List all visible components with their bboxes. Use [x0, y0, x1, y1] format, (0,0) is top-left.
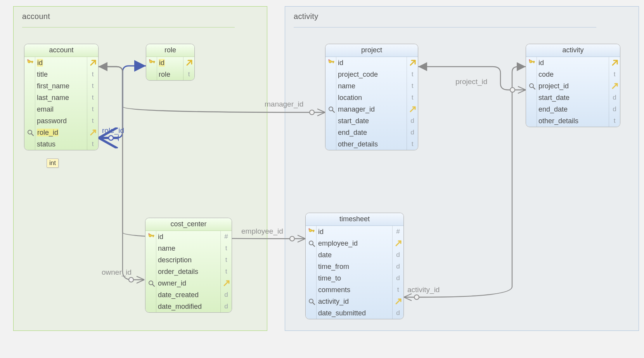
table-timesheet[interactable]: timesheet idemployee_iddatetime_fromtime…	[305, 213, 404, 319]
field-type: t	[609, 69, 620, 80]
field-name[interactable]: role	[157, 69, 183, 80]
field-name[interactable]: name	[336, 80, 407, 92]
field-type: t	[87, 80, 98, 92]
field-name[interactable]: other_details	[537, 115, 609, 127]
table-title: activity	[526, 44, 620, 57]
field-name[interactable]: last_name	[35, 92, 87, 103]
field-name[interactable]: first_name	[35, 80, 87, 92]
field-name[interactable]: role_id	[35, 127, 87, 138]
field-icon	[24, 115, 35, 127]
field-type: t	[184, 69, 194, 80]
field-name[interactable]: date_submitted	[317, 307, 392, 319]
group-title: account	[22, 12, 258, 25]
field-name[interactable]: order_details	[156, 266, 220, 277]
field-icon	[526, 69, 537, 80]
field-type: d	[393, 249, 403, 261]
field-name[interactable]: date	[317, 249, 392, 261]
name-column: idnamedescriptionorder_detailsowner_idda…	[156, 231, 221, 312]
field-name[interactable]: project_id	[537, 80, 609, 92]
field-icon	[24, 138, 35, 150]
autoincrement-icon	[611, 59, 619, 67]
field-name[interactable]: end_date	[336, 127, 407, 138]
field-type	[184, 57, 194, 69]
field-name[interactable]: id	[317, 226, 392, 238]
type-column: #tttdd	[221, 231, 232, 312]
field-name[interactable]: id	[537, 57, 609, 69]
field-type: t	[407, 138, 418, 150]
field-name[interactable]: project_code	[336, 69, 407, 80]
field-name[interactable]: time_from	[317, 261, 392, 272]
field-name[interactable]: other_details	[336, 138, 407, 150]
field-name[interactable]: location	[336, 92, 407, 103]
field-icon	[526, 80, 537, 92]
field-name[interactable]: email	[35, 103, 87, 115]
table-account[interactable]: account idtitlefirst_namelast_nameemailp…	[24, 44, 99, 150]
field-name[interactable]: date_created	[156, 289, 220, 301]
foreign-key-icon	[308, 240, 316, 248]
table-title: project	[325, 44, 418, 57]
field-icon	[526, 57, 537, 69]
field-name[interactable]: name	[156, 243, 220, 254]
field-name[interactable]: owner_id	[156, 277, 220, 289]
rel-label-role_id: role_id	[102, 126, 124, 135]
field-name[interactable]: password	[35, 115, 87, 127]
field-icon	[24, 69, 35, 80]
field-type: d	[221, 289, 232, 301]
field-name[interactable]: id	[35, 57, 87, 69]
field-type: t	[407, 80, 418, 92]
field-icon	[24, 80, 35, 92]
table-role[interactable]: role idrole t	[146, 44, 195, 81]
field-name[interactable]: start_date	[336, 115, 407, 127]
type-column: tddt	[609, 57, 620, 127]
field-type	[221, 277, 232, 289]
name-column: idcodeproject_idstart_dateend_dateother_…	[537, 57, 609, 127]
table-project[interactable]: project idproject_codenamelocationmanage…	[325, 44, 418, 150]
fk-arrow-icon	[611, 83, 619, 90]
field-name[interactable]: employee_id	[317, 238, 392, 249]
field-name[interactable]: date_modified	[156, 301, 220, 312]
field-icon	[145, 301, 156, 312]
field-type: t	[87, 115, 98, 127]
field-type: t	[407, 69, 418, 80]
type-column: t	[184, 57, 194, 80]
icon-column	[325, 57, 336, 150]
primary-key-icon	[27, 59, 35, 67]
icon-column	[146, 57, 157, 80]
field-icon	[306, 226, 316, 238]
field-icon	[306, 307, 316, 319]
field-name[interactable]: start_date	[537, 92, 609, 103]
primary-key-icon	[528, 59, 536, 67]
field-type: d	[221, 301, 232, 312]
rel-label-manager_id: manager_id	[265, 100, 303, 108]
field-name[interactable]: time_to	[317, 272, 392, 284]
field-icon	[145, 266, 156, 277]
name-column: idemployee_iddatetime_fromtime_tocomment…	[317, 226, 393, 319]
field-icon	[24, 127, 35, 138]
field-type: d	[393, 272, 403, 284]
field-icon	[306, 238, 316, 249]
field-name[interactable]: title	[35, 69, 87, 80]
field-name[interactable]: comments	[317, 284, 392, 296]
field-icon	[145, 231, 156, 243]
rel-label-employee_id: employee_id	[241, 227, 283, 236]
field-type: d	[407, 115, 418, 127]
tooltip: int	[47, 158, 59, 168]
table-title: cost_center	[145, 218, 232, 231]
field-name[interactable]: manager_id	[336, 103, 407, 115]
field-type: d	[407, 127, 418, 138]
table-activity[interactable]: activity idcodeproject_idstart_dateend_d…	[526, 44, 620, 127]
field-type: t	[87, 92, 98, 103]
field-name[interactable]: id	[336, 57, 407, 69]
field-name[interactable]: status	[35, 138, 87, 150]
field-name[interactable]: code	[537, 69, 609, 80]
field-name[interactable]: id	[156, 231, 220, 243]
primary-key-icon	[149, 59, 156, 67]
field-name[interactable]: id	[157, 57, 183, 69]
table-cost_center[interactable]: cost_center idnamedescriptionorder_detai…	[145, 218, 232, 313]
field-name[interactable]: description	[156, 254, 220, 266]
field-name[interactable]: activity_id	[317, 296, 392, 307]
autoincrement-icon	[186, 59, 194, 67]
field-type: t	[87, 103, 98, 115]
field-name[interactable]: end_date	[537, 103, 609, 115]
foreign-key-icon	[528, 83, 536, 90]
